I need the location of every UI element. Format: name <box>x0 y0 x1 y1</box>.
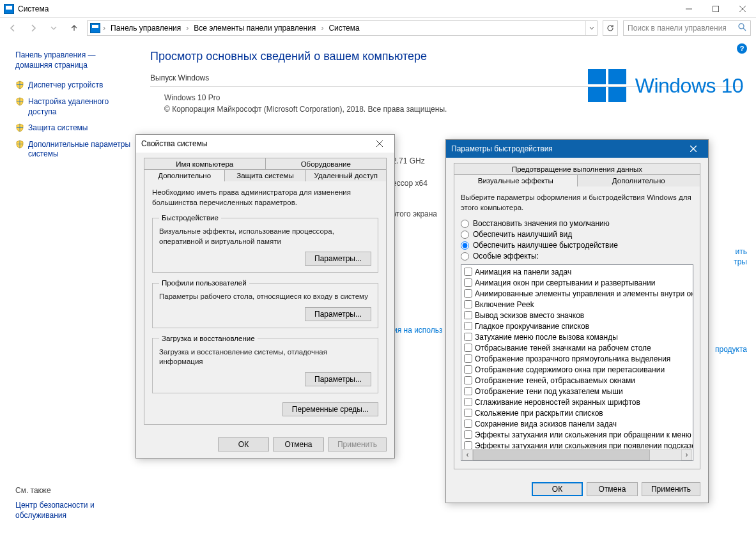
check-item[interactable]: Анимация на панели задач <box>463 266 691 277</box>
startup-settings-button[interactable]: Параметры... <box>305 372 371 386</box>
check-item[interactable]: Эффекты затухания или скольжения при обр… <box>463 429 691 440</box>
startup-group: Загрузка и восстановление Загрузка и вос… <box>152 335 378 393</box>
scroll-thumb[interactable] <box>473 450 650 460</box>
chevron-right-icon[interactable]: › <box>186 24 189 33</box>
check-item[interactable]: Отображение прозрачного прямоугольника в… <box>463 353 691 364</box>
partial-link-change[interactable]: ить <box>736 247 747 256</box>
minimize-button[interactable] <box>675 0 702 18</box>
window-title: Система <box>18 4 49 13</box>
intro-text: Выберите параметры оформления и быстроде… <box>461 193 693 213</box>
sidebar-item-system-protection[interactable]: Защита системы <box>15 123 131 133</box>
maximize-button[interactable] <box>702 0 729 18</box>
tab-computer-name[interactable]: Имя компьютера <box>144 158 266 170</box>
performance-settings-button[interactable]: Параметры... <box>305 252 371 266</box>
performance-group: Быстродействие Визуальные эффекты, испол… <box>152 214 378 273</box>
search-input[interactable]: Поиск в панели управления <box>623 20 751 36</box>
check-item[interactable]: Сглаживание неровностей экранных шрифтов <box>463 397 691 407</box>
apply-button[interactable]: Применить <box>328 437 387 451</box>
search-placeholder: Поиск в панели управления <box>628 24 727 33</box>
check-item[interactable]: Гладкое прокручивание списков <box>463 321 691 331</box>
chevron-right-icon[interactable]: › <box>321 24 323 33</box>
check-item[interactable]: Отбрасывание теней значками на рабочем с… <box>463 342 691 353</box>
sidebar-item-device-manager[interactable]: Диспетчер устройств <box>15 80 131 91</box>
partial-cpu-ghz: 2.71 GHz <box>392 156 425 165</box>
control-panel-home-link[interactable]: Панель управления — домашняя страница <box>15 50 131 70</box>
cancel-button[interactable]: Отмена <box>587 482 638 496</box>
scroll-right-icon[interactable]: › <box>681 450 692 460</box>
back-button[interactable] <box>5 20 20 36</box>
breadcrumb-item[interactable]: Панель управления <box>108 24 183 33</box>
address-bar[interactable]: › Панель управления › Все элементы панел… <box>87 20 598 36</box>
sidebar-item-remote-settings[interactable]: Настройка удаленного доступа <box>15 97 131 117</box>
breadcrumb-item[interactable]: Все элементы панели управления <box>191 24 318 33</box>
tab-remote[interactable]: Удаленный доступ <box>306 169 387 181</box>
shield-icon <box>15 97 24 106</box>
check-item[interactable]: Вывод эскизов вместо значков <box>463 310 691 321</box>
check-item[interactable]: Отображение теней, отбрасываемых окнами <box>463 375 691 386</box>
dialog-title: Свойства системы <box>141 139 208 148</box>
radio-best-performance[interactable]: Обеспечить наилучшее быстродействие <box>461 241 693 250</box>
cancel-button[interactable]: Отмена <box>273 437 324 451</box>
check-item[interactable]: Затухание меню после вызова команды <box>463 331 691 342</box>
radio-best-appearance[interactable]: Обеспечить наилучший вид <box>461 230 693 239</box>
check-item[interactable]: Анимация окон при свертывании и разверты… <box>463 277 691 288</box>
profiles-desc: Параметры рабочего стола, относящиеся ко… <box>159 292 371 302</box>
page-title: Просмотр основных сведений о вашем компь… <box>150 50 743 63</box>
system-icon <box>4 4 14 14</box>
scroll-left-icon[interactable]: ‹ <box>462 450 473 460</box>
sidebar-item-label: Диспетчер устройств <box>28 80 103 91</box>
close-icon[interactable] <box>684 142 703 156</box>
refresh-button[interactable] <box>603 20 618 36</box>
partial-product-link[interactable]: продукта <box>715 345 747 354</box>
tab-advanced[interactable]: Дополнительно <box>578 174 701 186</box>
ok-button[interactable]: ОК <box>218 437 269 451</box>
apply-button[interactable]: Применить <box>642 482 700 496</box>
check-item[interactable]: Анимированные элементы управления и элем… <box>463 288 691 299</box>
check-item[interactable]: Отображение тени под указателем мыши <box>463 386 691 397</box>
close-icon[interactable] <box>370 137 389 151</box>
search-icon <box>738 23 746 33</box>
svg-rect-1 <box>713 6 719 11</box>
horizontal-scrollbar[interactable]: ‹ › <box>462 449 692 460</box>
env-vars-button[interactable]: Переменные среды... <box>282 402 378 416</box>
visual-effects-list[interactable]: Анимация на панели задач Анимация окон п… <box>461 264 693 461</box>
partial-terms-link[interactable]: ия на использ <box>393 326 443 335</box>
up-button[interactable] <box>66 20 82 36</box>
svg-line-5 <box>743 28 746 31</box>
close-button[interactable] <box>729 0 756 18</box>
chevron-right-icon[interactable]: › <box>103 24 105 33</box>
check-item[interactable]: Отображение содержимого окна при перетас… <box>463 364 691 375</box>
profiles-settings-button[interactable]: Параметры... <box>305 307 371 321</box>
windows-flag-icon <box>588 69 626 102</box>
sidebar-item-label: Дополнительные параметры системы <box>28 140 131 160</box>
check-item[interactable]: Сохранение вида эскизов панели задач <box>463 418 691 429</box>
dialog-titlebar[interactable]: Параметры быстродействия <box>446 140 708 158</box>
breadcrumb-item[interactable]: Система <box>326 24 362 33</box>
admin-note: Необходимо иметь права администратора дл… <box>152 188 378 208</box>
tab-hardware[interactable]: Оборудование <box>266 158 387 170</box>
tab-advanced[interactable]: Дополнительно <box>144 169 225 181</box>
window-titlebar: Система <box>0 0 756 18</box>
sidebar-item-label: Настройка удаленного доступа <box>28 97 131 117</box>
forward-button[interactable] <box>26 20 41 36</box>
ok-button[interactable]: ОК <box>532 482 583 496</box>
shield-icon <box>15 80 24 89</box>
recent-button[interactable] <box>46 20 61 36</box>
scroll-track[interactable] <box>473 450 681 460</box>
check-item[interactable]: Включение Peek <box>463 299 691 310</box>
security-center-link[interactable]: Центр безопасности и обслуживания <box>15 500 124 520</box>
partial-screen: этого экрана <box>392 209 437 218</box>
radio-restore-defaults[interactable]: Восстановить значения по умолчанию <box>461 219 693 228</box>
windows-10-logo: Windows 10 <box>588 69 743 102</box>
partial-link-params[interactable]: тры <box>734 257 747 266</box>
dialog-titlebar[interactable]: Свойства системы <box>136 135 394 153</box>
tab-dep[interactable]: Предотвращение выполнения данных <box>454 163 700 175</box>
tab-visual-effects[interactable]: Визуальные эффекты <box>454 174 578 186</box>
address-dropdown[interactable] <box>585 21 597 35</box>
sidebar-item-advanced-system[interactable]: Дополнительные параметры системы <box>15 140 131 160</box>
tab-system-protection[interactable]: Защита системы <box>225 169 305 181</box>
svg-point-4 <box>739 24 744 29</box>
check-item[interactable]: Скольжение при раскрытии списков <box>463 407 691 418</box>
radio-custom[interactable]: Особые эффекты: <box>461 252 693 261</box>
system-icon <box>90 23 100 33</box>
